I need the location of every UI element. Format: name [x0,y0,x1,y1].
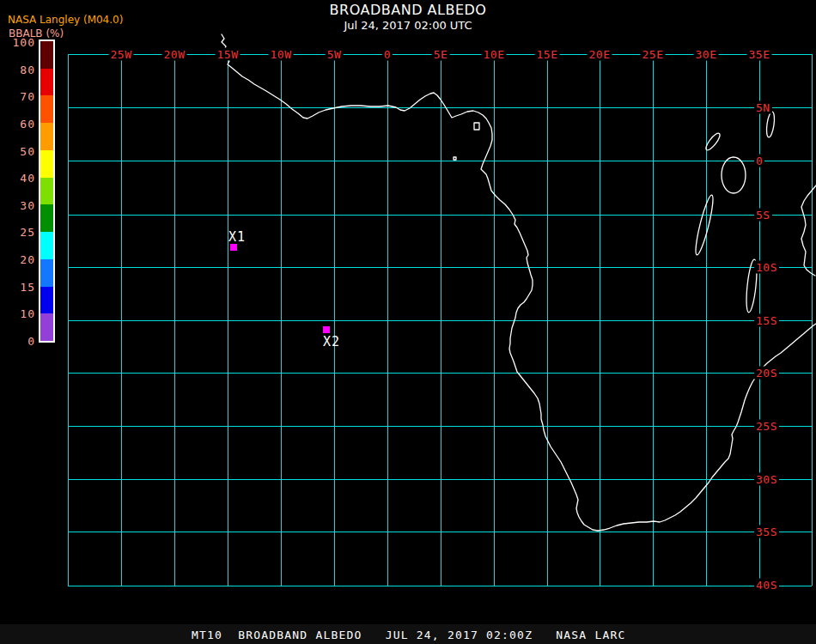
island-outline [454,157,456,160]
island-outline [474,123,479,130]
status-bar-text: MT10 BROADBAND ALBEDO JUL 24, 2017 02:00… [192,629,626,641]
lake-outline [692,194,716,256]
albedo-map-screen: { "header": { "title": "BROADBAND ALBEDO… [0,0,816,644]
lake-outline [722,157,746,193]
map-canvas [0,0,816,644]
lake-outline [765,112,776,138]
lake-outline [703,131,722,152]
coastline-path [222,34,816,531]
status-bar: MT10 BROADBAND ALBEDO JUL 24, 2017 02:00… [0,624,816,644]
coastline-path [801,185,816,276]
